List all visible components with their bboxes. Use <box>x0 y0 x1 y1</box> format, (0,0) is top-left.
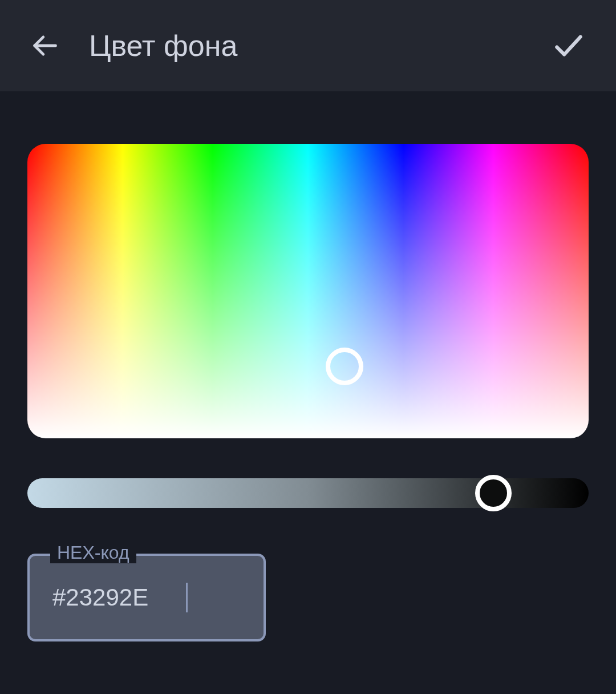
color-field-handle[interactable] <box>326 348 363 385</box>
arrow-left-icon <box>30 31 59 60</box>
color-saturation-field[interactable] <box>27 144 589 438</box>
hex-input[interactable] <box>27 554 266 641</box>
lightness-handle[interactable] <box>475 475 512 511</box>
lightness-slider[interactable] <box>27 478 589 508</box>
hex-label: HEX-код <box>50 542 136 563</box>
check-icon <box>551 28 586 63</box>
confirm-button[interactable] <box>549 26 589 66</box>
page-title: Цвет фона <box>89 29 521 63</box>
back-button[interactable] <box>27 29 62 63</box>
content: HEX-код <box>0 91 616 641</box>
header: Цвет фона <box>0 0 616 91</box>
hex-field-wrapper: HEX-код <box>27 554 266 641</box>
